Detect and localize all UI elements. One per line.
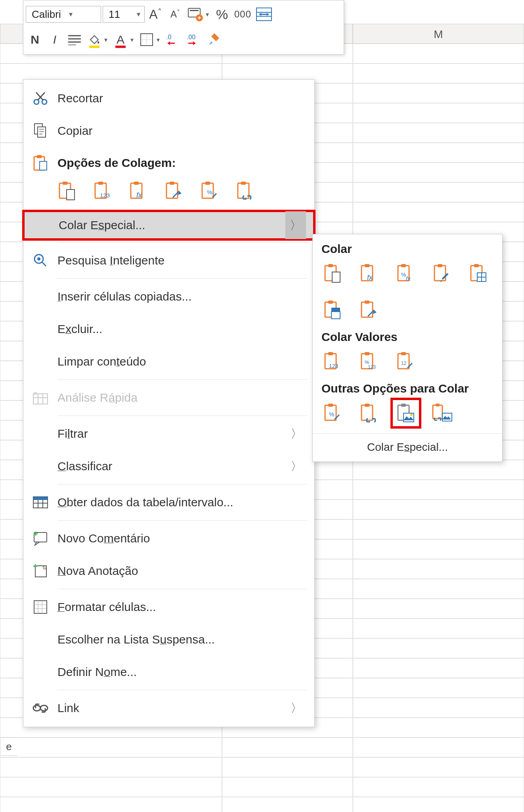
ctx-quick-analysis: Análise Rápida xyxy=(23,381,314,414)
ctx-cut[interactable]: Recortar xyxy=(23,82,314,115)
chevron-down-icon[interactable]: ▾ xyxy=(130,36,134,44)
sm-paste-picture[interactable] xyxy=(394,402,417,425)
font-color-button[interactable]: A xyxy=(111,30,130,50)
paste-all-button[interactable] xyxy=(56,180,79,203)
svg-text:fx: fx xyxy=(406,275,411,282)
chevron-down-icon[interactable]: ▾ xyxy=(157,36,160,44)
chevron-right-icon: 〉 xyxy=(291,458,302,475)
borders-button[interactable] xyxy=(138,30,156,50)
ctx-filter[interactable]: Filtrar 〉 xyxy=(23,417,314,450)
ctx-label: Limpar conteúdo xyxy=(57,355,306,368)
paste-values-button[interactable]: 123 xyxy=(92,180,115,203)
svg-rect-34 xyxy=(33,497,48,500)
ctx-new-note[interactable]: Nova Anotação xyxy=(23,555,314,587)
sm-values-grid: 123 % 123 12 xyxy=(321,350,493,373)
ctx-clear-contents[interactable]: Limpar conteúdo xyxy=(23,345,314,378)
sheet-tab[interactable]: e xyxy=(0,737,17,756)
svg-rect-58 xyxy=(331,312,340,319)
clipboard-linked-picture-icon xyxy=(432,403,453,423)
svg-rect-59 xyxy=(361,302,373,317)
sm-paste-formulas-number[interactable]: % fx xyxy=(394,262,417,285)
col-header-m[interactable]: M xyxy=(353,24,524,44)
paste-transpose-button[interactable] xyxy=(163,180,186,203)
thousands-icon: 000 xyxy=(234,9,251,20)
table-data-icon xyxy=(33,495,48,509)
sm-paste-formatting-only[interactable]: % xyxy=(321,402,344,425)
paste-formatting-button[interactable]: % xyxy=(199,180,222,203)
sm-paste-keep-source-format[interactable] xyxy=(431,262,454,285)
sm-paste-no-borders[interactable] xyxy=(467,262,490,285)
search-icon xyxy=(33,253,48,268)
ctx-label: Inserir células copiadas... xyxy=(57,290,306,303)
font-name-combo[interactable]: Calibri ▾ xyxy=(26,6,101,23)
sm-paste-column-widths[interactable] xyxy=(321,299,344,322)
ctx-delete[interactable]: Excluir... xyxy=(23,313,314,345)
clipboard-noborders-icon xyxy=(469,263,488,284)
sm-paste-all[interactable] xyxy=(321,262,344,285)
ctx-label: Definir Nome... xyxy=(57,665,306,679)
percent-button[interactable]: % xyxy=(213,4,231,24)
ctx-new-comment[interactable]: Novo Comentário xyxy=(23,522,314,555)
sm-other-title: Outras Opções para Colar xyxy=(321,382,493,395)
chevron-down-icon: ▾ xyxy=(69,10,73,19)
merge-center-button[interactable] xyxy=(254,4,273,24)
ctx-format-cells[interactable]: Formatar células... xyxy=(23,591,314,623)
sm-paste-transpose[interactable] xyxy=(358,299,381,322)
italic-button[interactable]: I xyxy=(46,30,64,50)
svg-rect-77 xyxy=(401,404,406,407)
chevron-down-icon[interactable]: ▾ xyxy=(206,11,209,18)
fill-color-button[interactable] xyxy=(85,30,103,50)
ctx-link[interactable]: Link 〉 xyxy=(23,692,314,724)
chevron-down-icon[interactable]: ▾ xyxy=(104,36,107,44)
decrease-font-icon: A˅ xyxy=(170,9,180,20)
ctx-copy[interactable]: Copiar xyxy=(23,115,314,147)
svg-text:fx: fx xyxy=(367,274,373,282)
ctx-smart-lookup[interactable]: Pesquisa Inteligente xyxy=(23,244,314,277)
paste-special-submenu: Colar fx % fx xyxy=(312,234,503,462)
ctx-define-name[interactable]: Definir Nome... xyxy=(23,656,314,688)
paste-formulas-button[interactable]: fx xyxy=(127,180,150,203)
clipboard-formatbrush-icon: % xyxy=(323,403,342,423)
increase-font-button[interactable]: A˄ xyxy=(146,4,164,24)
copy-icon xyxy=(33,123,48,139)
bold-button[interactable]: N xyxy=(26,30,44,50)
ctx-pick-from-list[interactable]: Escolher na Lista Suspensa... xyxy=(23,623,314,656)
sm-paste-values-format[interactable]: 12 xyxy=(394,350,417,373)
align-button[interactable] xyxy=(65,30,84,50)
svg-point-79 xyxy=(410,414,413,416)
decrease-font-button[interactable]: A˅ xyxy=(166,4,184,24)
increase-decimal-button[interactable]: .00 xyxy=(184,30,203,50)
chevron-down-icon: ▾ xyxy=(137,10,140,19)
sm-paste-formulas[interactable]: fx xyxy=(358,262,381,285)
paste-options-row: 123 fx % xyxy=(23,179,314,210)
format-painter-button[interactable] xyxy=(186,4,205,24)
clipboard-percent-fx-icon: % fx xyxy=(396,263,415,284)
svg-rect-42 xyxy=(332,272,340,282)
ctx-label: Nova Anotação xyxy=(57,564,306,578)
sm-other-grid: % xyxy=(321,402,493,425)
svg-rect-18 xyxy=(98,182,103,185)
comma-style-button[interactable]: 000 xyxy=(233,4,253,24)
sm-paste-link[interactable] xyxy=(358,402,381,425)
clipboard-format-icon: % xyxy=(201,181,220,201)
ctx-paste-special[interactable]: Colar Especial... 〉 xyxy=(22,210,316,241)
font-size-combo[interactable]: 11 ▾ xyxy=(103,6,145,23)
sm-paste-values-number[interactable]: % 123 xyxy=(358,350,381,373)
decrease-decimal-button[interactable]: .0 xyxy=(164,30,183,50)
separator xyxy=(57,484,307,485)
sm-paste-values[interactable]: 123 xyxy=(321,350,344,373)
svg-text:123: 123 xyxy=(329,363,338,369)
ctx-from-table[interactable]: Obter dados da tabela/intervalo... xyxy=(23,486,314,519)
ctx-label: Análise Rápida xyxy=(57,391,306,404)
svg-rect-81 xyxy=(436,404,440,406)
sm-paste-special-link[interactable]: Colar Especial... xyxy=(313,433,502,459)
format-painter-brush-button[interactable] xyxy=(205,30,223,50)
ctx-label: Classificar xyxy=(57,460,291,473)
clipboard-fx-icon: fx xyxy=(360,263,379,284)
ctx-sort[interactable]: Classificar 〉 xyxy=(23,450,314,483)
paste-link-button[interactable] xyxy=(234,180,257,203)
italic-icon: I xyxy=(53,33,56,46)
ctx-insert-copied[interactable]: Inserir células copiadas... xyxy=(23,280,314,313)
sm-paste-linked-picture[interactable] xyxy=(431,402,454,425)
svg-rect-57 xyxy=(331,308,340,312)
